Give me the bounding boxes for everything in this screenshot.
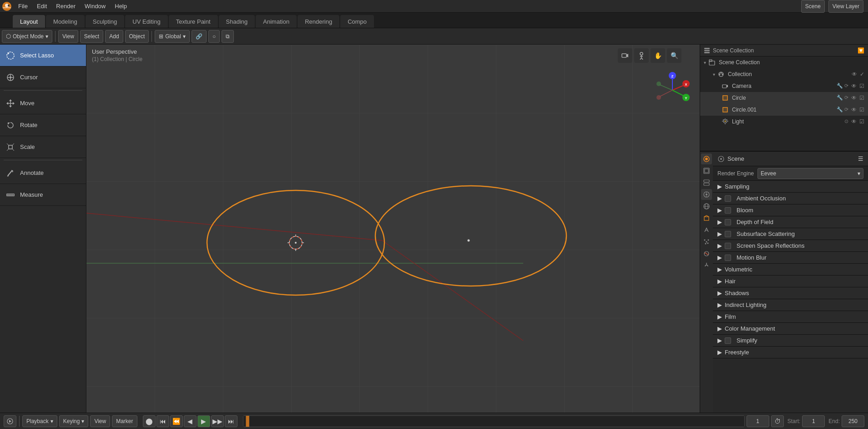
outliner-scene-collection[interactable]: ▾ Scene Collection bbox=[700, 56, 868, 68]
viewport-camera-btn[interactable] bbox=[618, 48, 632, 63]
tab-rendering[interactable]: Rendering bbox=[298, 15, 339, 28]
props-icon-object[interactable] bbox=[701, 213, 712, 224]
menu-help[interactable]: Help bbox=[110, 0, 131, 12]
section-film[interactable]: ▶ Film bbox=[713, 311, 868, 323]
toolbar-add[interactable]: Add bbox=[105, 30, 123, 43]
tool-move[interactable]: Move bbox=[0, 92, 86, 114]
start-frame[interactable]: 1 bbox=[802, 415, 825, 427]
camera-visibility[interactable]: 👁 bbox=[851, 83, 857, 89]
blender-logo[interactable] bbox=[0, 0, 14, 13]
outliner-collection[interactable]: ▾ Collection 👁 ✓ bbox=[700, 68, 868, 80]
circle001-visibility[interactable]: 👁 bbox=[851, 107, 857, 113]
circle001-select[interactable]: ☑ bbox=[859, 107, 864, 113]
section-indirect-lighting[interactable]: ▶ Indirect Lighting bbox=[713, 299, 868, 311]
props-icon-constraints[interactable] bbox=[701, 260, 712, 271]
tool-scale[interactable]: Scale bbox=[0, 136, 86, 158]
outliner-camera[interactable]: Camera 🔧 ⟳ 👁 ☑ bbox=[700, 80, 868, 92]
section-ambient-occlusion[interactable]: ▶ Ambient Occlusion bbox=[713, 193, 868, 204]
tab-compositing[interactable]: Compo bbox=[340, 15, 374, 28]
jump-to-start-btn[interactable]: ⏮ bbox=[156, 415, 169, 427]
section-motion-blur[interactable]: ▶ Motion Blur bbox=[713, 252, 868, 264]
toolbar-view[interactable]: View bbox=[58, 30, 78, 43]
render-engine-dropdown[interactable]: Eevee ▾ bbox=[757, 168, 863, 179]
section-freestyle[interactable]: ▶ Freestyle bbox=[713, 347, 868, 358]
checkbox-dof[interactable] bbox=[725, 219, 731, 225]
playback-menu[interactable]: Playback ▾ bbox=[22, 415, 57, 427]
props-menu-icon[interactable]: ☰ bbox=[858, 155, 863, 162]
view-menu[interactable]: View bbox=[90, 415, 110, 427]
collection-visibility-icon[interactable]: 👁 bbox=[852, 71, 857, 77]
section-subsurface-scattering[interactable]: ▶ Subsurface Scattering bbox=[713, 228, 868, 240]
light-select[interactable]: ☑ bbox=[859, 118, 864, 125]
props-icon-view-layer[interactable] bbox=[701, 177, 712, 188]
marker-menu[interactable]: Marker bbox=[112, 415, 137, 427]
timeline-area[interactable] bbox=[243, 415, 745, 427]
scene-name[interactable]: Scene bbox=[801, 0, 825, 13]
section-depth-of-field[interactable]: ▶ Depth of Field bbox=[713, 216, 868, 228]
step-back-btn[interactable]: ⏪ bbox=[170, 415, 183, 427]
checkbox-bloom[interactable] bbox=[725, 207, 731, 214]
menu-window[interactable]: Window bbox=[80, 0, 110, 12]
jump-to-end-btn[interactable]: ⏭ bbox=[225, 415, 237, 427]
viewport-hand-btn[interactable]: ✋ bbox=[651, 48, 665, 63]
checkbox-simplify[interactable] bbox=[725, 337, 731, 344]
tab-animation[interactable]: Animation bbox=[256, 15, 297, 28]
props-icon-particles[interactable] bbox=[701, 236, 712, 247]
tab-modeling[interactable]: Modeling bbox=[46, 15, 85, 28]
step-back-frame-btn[interactable]: ◀ bbox=[184, 415, 197, 427]
tab-layout[interactable]: Layout bbox=[13, 15, 45, 28]
menu-edit[interactable]: Edit bbox=[32, 0, 51, 12]
section-simplify[interactable]: ▶ Simplify bbox=[713, 335, 868, 347]
props-icon-modifiers[interactable] bbox=[701, 225, 712, 235]
section-screen-space-reflections[interactable]: ▶ Screen Space Reflections bbox=[713, 240, 868, 252]
object-mode-selector[interactable]: ⬡ Object Mode ▾ bbox=[2, 30, 52, 43]
outliner-circle[interactable]: Circle 🔧 ⟳ 👁 ☑ bbox=[700, 92, 868, 104]
viewport-type-btn[interactable] bbox=[4, 415, 16, 427]
outliner-circle-001[interactable]: Circle.001 🔧 ⟳ 👁 ☑ bbox=[700, 104, 868, 116]
tab-uv-editing[interactable]: UV Editing bbox=[125, 15, 167, 28]
menu-render[interactable]: Render bbox=[51, 0, 80, 12]
section-shadows[interactable]: ▶ Shadows bbox=[713, 287, 868, 299]
collection-exclude-icon[interactable]: ✓ bbox=[860, 71, 864, 77]
current-frame[interactable]: 1 bbox=[747, 415, 769, 427]
section-hair[interactable]: ▶ Hair bbox=[713, 276, 868, 287]
camera-select[interactable]: ☑ bbox=[859, 83, 864, 89]
record-keyframe-btn[interactable]: ⬤ bbox=[143, 415, 156, 427]
viewport-zoom-btn[interactable]: 🔍 bbox=[667, 48, 681, 63]
checkbox-ambient-occlusion[interactable] bbox=[725, 195, 731, 202]
section-color-management[interactable]: ▶ Color Management bbox=[713, 323, 868, 335]
proportional-edit[interactable]: ○ bbox=[208, 30, 220, 43]
overlay-btn[interactable]: ⧉ bbox=[222, 30, 234, 43]
step-forward-frame-btn[interactable]: ▶▶ bbox=[211, 415, 224, 427]
checkbox-sss[interactable] bbox=[725, 231, 731, 237]
viewport-walk-btn[interactable] bbox=[634, 48, 649, 63]
tab-texture-paint[interactable]: Texture Paint bbox=[169, 15, 218, 28]
outliner-filter-icon[interactable]: 🔽 bbox=[858, 47, 864, 54]
tool-annotate[interactable]: Annotate bbox=[0, 162, 86, 184]
circle-select[interactable]: ☑ bbox=[859, 95, 864, 101]
section-sampling[interactable]: ▶ Sampling bbox=[713, 181, 868, 193]
props-icon-physics[interactable] bbox=[701, 248, 712, 259]
checkbox-motion-blur[interactable] bbox=[725, 255, 731, 261]
toolbar-object[interactable]: Object bbox=[125, 30, 149, 43]
section-bloom[interactable]: ▶ Bloom bbox=[713, 204, 868, 216]
props-icon-world[interactable] bbox=[701, 201, 712, 212]
tab-shading[interactable]: Shading bbox=[219, 15, 255, 28]
props-icon-output[interactable] bbox=[701, 165, 712, 176]
axis-gizmo[interactable]: Z X Y bbox=[654, 72, 691, 108]
light-visibility[interactable]: 👁 bbox=[851, 118, 857, 125]
menu-file[interactable]: File bbox=[14, 0, 32, 12]
view-layer-name[interactable]: View Layer bbox=[828, 0, 863, 13]
circle-visibility[interactable]: 👁 bbox=[851, 95, 857, 101]
tool-measure[interactable]: Measure bbox=[0, 184, 86, 206]
tool-select-lasso[interactable]: Select Lasso bbox=[0, 45, 86, 66]
toolbar-select[interactable]: Select bbox=[80, 30, 103, 43]
keying-menu[interactable]: Keying ▾ bbox=[59, 415, 89, 427]
end-frame[interactable]: 250 bbox=[842, 415, 864, 427]
viewport-3d[interactable]: User Perspective (1) Collection | Circle bbox=[86, 45, 700, 413]
transform-global[interactable]: ⊞ Global ▾ bbox=[155, 30, 190, 43]
props-icon-scene[interactable] bbox=[701, 189, 712, 200]
checkbox-ssr[interactable] bbox=[725, 243, 731, 249]
props-icon-render[interactable] bbox=[701, 153, 712, 164]
section-volumetric[interactable]: ▶ Volumetric bbox=[713, 264, 868, 276]
